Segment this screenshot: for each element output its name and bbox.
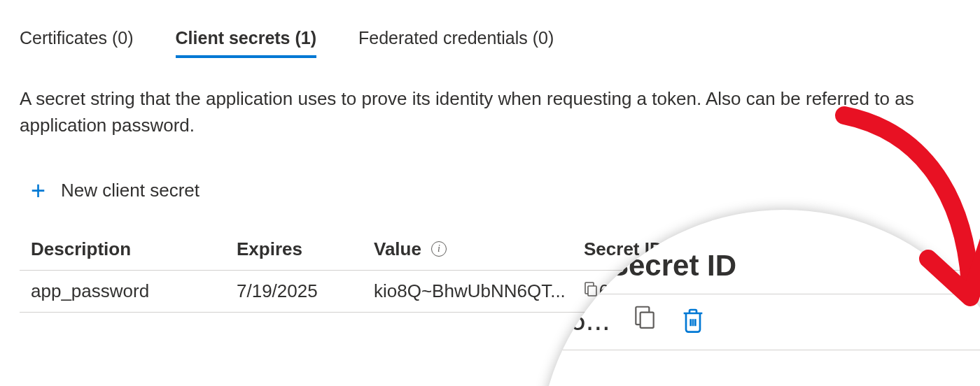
new-client-secret-button[interactable]: + New client secret [31,178,200,203]
col-header-expires: Expires [237,238,374,260]
new-client-secret-label: New client secret [61,180,200,201]
svg-rect-1 [640,313,653,328]
col-header-description: Description [31,238,237,260]
col-header-value: Value i [374,238,584,260]
table-row: app_password 7/19/2025 kio8Q~BhwUbNN6QT.… [20,271,960,313]
cell-value: kio8Q~BhwUbNN6QT... [374,280,566,302]
cell-secret-id: 6e7b45e9-cc [599,280,704,302]
table-header-row: Description Expires Value i Secret ID [20,229,960,271]
info-icon[interactable]: i [431,241,447,257]
col-header-secret-id: Secret ID [584,238,794,260]
cell-description: app_password [31,280,237,302]
svg-rect-0 [588,286,596,296]
secrets-table: Description Expires Value i Secret ID ap… [20,229,960,313]
tab-description: A secret string that the application use… [20,86,960,139]
cell-expires: 7/19/2025 [237,280,374,302]
tab-client-secrets[interactable]: Client secrets (1) [176,28,316,58]
tab-federated-credentials[interactable]: Federated credentials (0) [358,28,554,58]
tabs: Certificates (0) Client secrets (1) Fede… [20,28,960,58]
copy-value-icon[interactable] [582,280,599,302]
col-header-value-text: Value [374,238,421,260]
tab-certificates[interactable]: Certificates (0) [20,28,134,58]
plus-icon: + [31,178,46,203]
